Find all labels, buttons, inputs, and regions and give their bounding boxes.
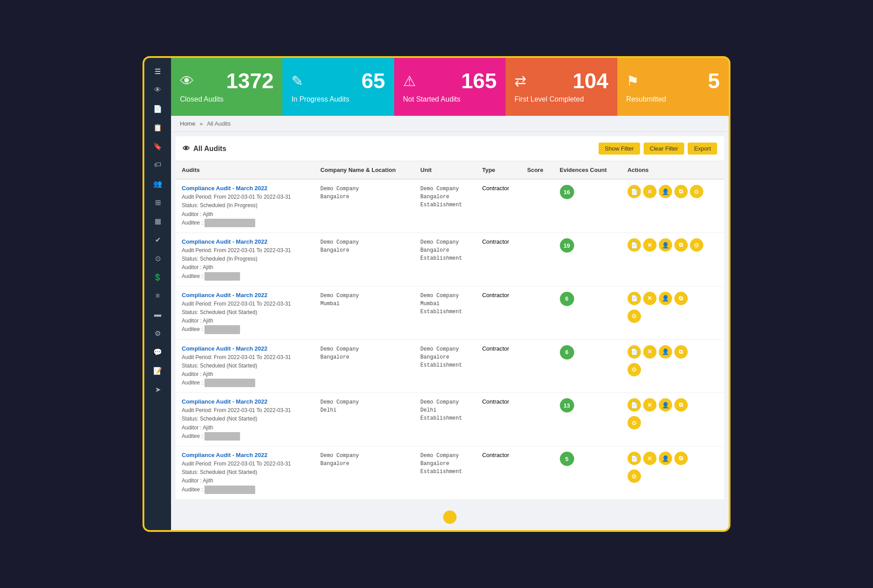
- pencil-stat-icon: ✎: [291, 73, 303, 90]
- view-btn[interactable]: 📄: [628, 398, 641, 412]
- copy-btn[interactable]: ⧉: [674, 238, 688, 252]
- audits-table: Audits Company Name & Location Unit Type…: [175, 161, 724, 500]
- audit-name-link[interactable]: Compliance Audit - March 2022: [182, 452, 308, 458]
- user-btn[interactable]: 👤: [659, 398, 672, 412]
- view-btn[interactable]: 📄: [628, 452, 641, 465]
- user-btn[interactable]: 👤: [659, 292, 672, 305]
- page-title-container: 👁 All Audits: [183, 145, 226, 153]
- user-btn[interactable]: 👤: [659, 185, 672, 198]
- col-audits: Audits: [175, 161, 314, 179]
- copy-btn[interactable]: ⧉: [674, 292, 688, 305]
- sidebar-icon-card[interactable]: ▬: [150, 306, 166, 323]
- copy-btn[interactable]: ⧉: [674, 452, 688, 465]
- main-content: 👁 1372 Closed Audits ✎ 65 In Progress Au…: [171, 58, 729, 530]
- actions-cell: 📄✕👤⧉⊙: [621, 393, 724, 446]
- close-btn[interactable]: ✕: [643, 185, 657, 198]
- breadcrumb-home[interactable]: Home: [180, 120, 196, 127]
- sidebar-icon-chat[interactable]: 💬: [150, 344, 166, 360]
- sidebar-icon-menu[interactable]: ☰: [150, 63, 166, 79]
- copy-btn[interactable]: ⧉: [674, 185, 688, 198]
- export-button[interactable]: Export: [688, 143, 717, 155]
- settings-btn[interactable]: ⊙: [690, 238, 703, 252]
- content-header: 👁 All Audits Show Filter Clear Filter Ex…: [175, 136, 724, 161]
- close-btn[interactable]: ✕: [643, 398, 657, 412]
- view-btn[interactable]: 📄: [628, 345, 641, 359]
- audit-meta: Audit Period: From 2022-03-01 To 2022-03…: [182, 353, 308, 388]
- sidebar-icon-doc1[interactable]: 📄: [150, 101, 166, 117]
- audit-name-link[interactable]: Compliance Audit - March 2022: [182, 238, 308, 245]
- company-cell: Demo Company Bangalore: [314, 233, 414, 286]
- copy-btn[interactable]: ⧉: [674, 345, 688, 359]
- stat-in-progress[interactable]: ✎ 65 In Progress Audits: [282, 58, 394, 116]
- unit-cell: Demo Company Bangalore Establishment: [414, 179, 476, 233]
- unit-cell: Demo Company Mumbai Establishment: [414, 286, 476, 339]
- content-area: 👁 All Audits Show Filter Clear Filter Ex…: [175, 136, 724, 500]
- view-btn[interactable]: 📄: [628, 292, 641, 305]
- in-progress-count: 65: [361, 70, 385, 92]
- audit-cell: Compliance Audit - March 2022 Audit Peri…: [175, 286, 314, 339]
- close-btn[interactable]: ✕: [643, 345, 657, 359]
- sidebar-icon-bookmark2[interactable]: 🏷: [150, 157, 166, 173]
- type-value: Contractor: [482, 398, 509, 405]
- resubmitted-count: 5: [708, 70, 720, 92]
- settings-btn[interactable]: ⊙: [690, 185, 703, 198]
- clear-filter-button[interactable]: Clear Filter: [644, 143, 685, 155]
- company-name: Demo Company Bangalore: [320, 238, 408, 254]
- page-title: All Audits: [193, 145, 226, 153]
- stat-first-level[interactable]: ⇄ 104 First Level Completed: [506, 58, 617, 116]
- close-btn[interactable]: ✕: [643, 238, 657, 252]
- audit-name-link[interactable]: Compliance Audit - March 2022: [182, 185, 308, 192]
- sidebar-icon-table1[interactable]: ⊞: [150, 194, 166, 210]
- audit-name-link[interactable]: Compliance Audit - March 2022: [182, 345, 308, 352]
- eye-stat-icon: 👁: [180, 73, 194, 90]
- sidebar-icon-eye[interactable]: 👁: [150, 82, 166, 98]
- col-type: Type: [476, 161, 521, 179]
- table-row: Compliance Audit - March 2022 Audit Peri…: [175, 233, 724, 286]
- unit-name: Demo Company Bangalore Establishment: [420, 345, 470, 369]
- sidebar-icon-users[interactable]: 👥: [150, 176, 166, 192]
- settings-btn[interactable]: ⊙: [628, 310, 641, 323]
- in-progress-label: In Progress Audits: [291, 95, 385, 103]
- evidences-badge: 6: [560, 292, 574, 306]
- sidebar-icon-note[interactable]: 📝: [150, 363, 166, 379]
- user-btn[interactable]: 👤: [659, 345, 672, 359]
- sidebar-icon-bookmark1[interactable]: 🔖: [150, 138, 166, 154]
- auditee-blurred: Aditya Pratap Singh: [204, 219, 255, 227]
- stat-not-started[interactable]: ⚠ 165 Not Started Audits: [394, 58, 506, 116]
- user-btn[interactable]: 👤: [659, 238, 672, 252]
- score-cell: [521, 393, 554, 446]
- close-btn[interactable]: ✕: [643, 452, 657, 465]
- sidebar-icon-check[interactable]: ✔: [150, 232, 166, 248]
- company-name: Demo Company Bangalore: [320, 452, 408, 468]
- audit-name-link[interactable]: Compliance Audit - March 2022: [182, 292, 308, 298]
- copy-btn[interactable]: ⧉: [674, 398, 688, 412]
- show-filter-button[interactable]: Show Filter: [599, 143, 640, 155]
- sidebar-icon-arrow[interactable]: ➤: [150, 381, 166, 397]
- settings-btn[interactable]: ⊙: [628, 416, 641, 429]
- evidences-cell: 19: [554, 233, 621, 286]
- flag-stat-icon: ⚑: [626, 73, 639, 90]
- auditee-blurred: Aditya Pratap Singh: [204, 379, 255, 387]
- table-row: Compliance Audit - March 2022 Audit Peri…: [175, 179, 724, 233]
- close-btn[interactable]: ✕: [643, 292, 657, 305]
- audit-name-link[interactable]: Compliance Audit - March 2022: [182, 398, 308, 405]
- view-btn[interactable]: 📄: [628, 185, 641, 198]
- sidebar-icon-stack[interactable]: ⚙: [150, 325, 166, 341]
- score-cell: [521, 286, 554, 339]
- type-cell: Contractor: [476, 446, 521, 500]
- sidebar-icon-list[interactable]: ≡: [150, 288, 166, 304]
- sidebar-icon-dollar[interactable]: 💲: [150, 269, 166, 285]
- stat-resubmitted[interactable]: ⚑ 5 Resubmitted: [617, 58, 729, 116]
- settings-btn[interactable]: ⊙: [628, 363, 641, 376]
- sidebar-icon-table2[interactable]: ▦: [150, 213, 166, 229]
- actions-cell: 📄✕👤⧉⊙: [621, 179, 724, 233]
- sidebar-icon-doc2[interactable]: 📋: [150, 119, 166, 135]
- evidences-badge: 13: [560, 398, 574, 412]
- view-btn[interactable]: 📄: [628, 238, 641, 252]
- user-btn[interactable]: 👤: [659, 452, 672, 465]
- col-company: Company Name & Location: [314, 161, 414, 179]
- col-actions: Actions: [621, 161, 724, 179]
- stat-closed[interactable]: 👁 1372 Closed Audits: [171, 58, 282, 116]
- sidebar-icon-circle[interactable]: ⊙: [150, 250, 166, 266]
- settings-btn[interactable]: ⊙: [628, 470, 641, 483]
